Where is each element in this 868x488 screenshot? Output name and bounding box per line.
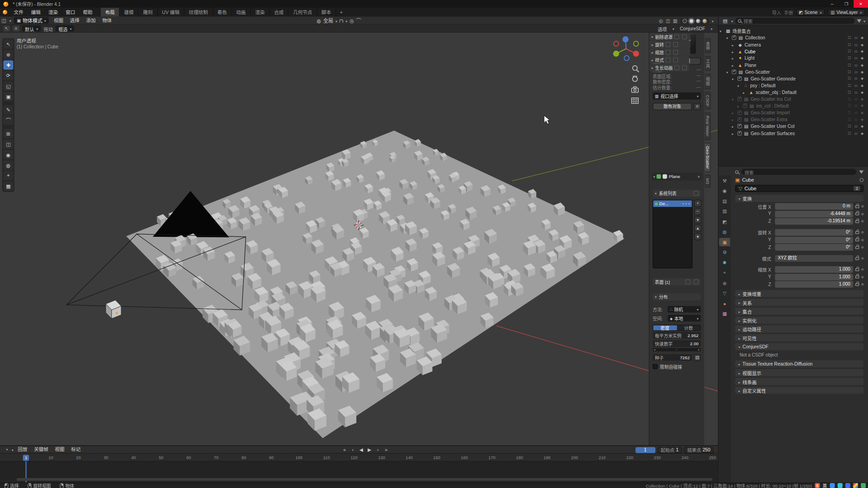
transform-tool[interactable]: ▣	[3, 92, 13, 101]
expand-caret-icon[interactable]	[743, 89, 747, 95]
outliner-row[interactable]: Geo-Scatter Extra	[720, 116, 867, 123]
expand-caret-icon[interactable]	[732, 49, 736, 54]
collapsed-panel[interactable]: 缩放	[649, 48, 689, 56]
filter-icon[interactable]	[859, 170, 863, 174]
timeline-ruler[interactable]: 1020304050607080901001101201301401501601…	[0, 454, 718, 461]
value-field[interactable]: 1.000	[775, 281, 853, 288]
shading-dropdown-icon[interactable]	[712, 18, 713, 23]
viewport-menu-item[interactable]: 添加	[83, 16, 99, 24]
annotate-tool[interactable]: ✎	[3, 105, 13, 115]
tool-preset-dropdown[interactable]: 默认	[22, 25, 41, 31]
viewport-menu-item[interactable]: 选择	[66, 16, 83, 24]
timeline-menu-item[interactable]: 视图	[52, 446, 68, 454]
active-tool-icon[interactable]: ↖	[3, 25, 10, 31]
falloff-icon[interactable]	[356, 17, 361, 24]
quick-number-field[interactable]: 快速数字 2.00	[653, 340, 701, 347]
value-field[interactable]: 0°	[775, 236, 853, 243]
minimize-button[interactable]: ─	[825, 0, 839, 8]
tab-particles[interactable]: ✱	[719, 258, 730, 267]
outliner-row[interactable]: Geo-Scatter Surfaces	[720, 130, 867, 136]
collection-checkbox[interactable]	[732, 70, 736, 74]
collapsed-panel[interactable]: 实例化	[735, 316, 863, 324]
slider-left-arrow[interactable]: ◂	[654, 348, 655, 351]
sidebar-tab[interactable]: Real Water	[705, 113, 711, 140]
frame-start-field[interactable]: 起始点 1	[657, 447, 682, 453]
expand-caret-icon[interactable]	[732, 110, 736, 115]
tab-tool[interactable]: ⚒	[719, 177, 730, 185]
outliner-item-label[interactable]: Geo-Scatter Ins Col	[750, 96, 791, 102]
visibility-toggles[interactable]	[848, 117, 864, 122]
close-icon[interactable]	[697, 174, 700, 179]
frame-end-field[interactable]: 结束点 250	[684, 447, 713, 453]
playhead[interactable]: 1	[23, 455, 29, 460]
visibility-toggles[interactable]	[848, 103, 864, 108]
tab-object[interactable]: ▣	[719, 238, 730, 246]
collapsed-panel[interactable]: 可见性	[735, 334, 863, 342]
collapsed-panel[interactable]: 旋转	[649, 40, 689, 48]
system-list-panel-header[interactable]: 系统列表	[653, 190, 701, 197]
properties-search-input[interactable]: 搜索	[741, 169, 857, 174]
collapsed-panel[interactable]: 视图显示	[735, 369, 863, 376]
count-toggle-button[interactable]: 计数	[677, 325, 700, 330]
unlink-viewlayer-icon[interactable]	[859, 9, 863, 15]
expand-caret-icon[interactable]	[732, 42, 736, 47]
animate-dot-icon[interactable]	[861, 283, 863, 286]
tray-keyboard-icon[interactable]	[830, 483, 835, 488]
workspace-tab[interactable]: 动画	[232, 8, 251, 17]
outliner-row[interactable]: scatter_obj : Default	[720, 89, 867, 96]
scale-tool[interactable]: ◱	[3, 81, 13, 91]
conjuresdf-menu[interactable]: ConjureSDF	[680, 26, 705, 31]
animate-dot-icon[interactable]	[861, 268, 863, 271]
outliner-item-label[interactable]: 场景集合	[732, 28, 751, 34]
animate-dot-icon[interactable]	[861, 213, 863, 215]
value-field[interactable]: XYZ 欧拉	[775, 255, 853, 262]
import-link[interactable]: 导入	[772, 9, 781, 16]
workspace-tab[interactable]: 建模	[120, 8, 139, 17]
workspace-tab[interactable]: 雕刻	[139, 8, 158, 17]
next-keyframe-button[interactable]: ›	[374, 446, 382, 454]
inset-tool[interactable]: ◉	[3, 150, 13, 160]
scene-selector[interactable]: Scene	[796, 9, 825, 16]
outliner-row[interactable]: Geo-Scatter	[720, 69, 867, 75]
seed-dice-icon[interactable]: ⚄	[693, 354, 701, 361]
timeline-scrollbar[interactable]	[17, 478, 712, 481]
collapsed-panel[interactable]: 自定义属性	[735, 387, 863, 394]
outliner-row[interactable]: Light	[720, 55, 867, 61]
quick-number-slider[interactable]: ◂ ∕ ▸	[653, 348, 701, 351]
orientation-label[interactable]: 全局	[323, 17, 333, 24]
list-item[interactable]: De... ▪ ▪ ▪	[653, 200, 692, 207]
expand-caret-icon[interactable]	[732, 96, 736, 102]
collection-checkbox[interactable]	[737, 131, 742, 136]
tray-settings-icon[interactable]	[861, 483, 866, 488]
menu-item[interactable]: 渲染	[44, 8, 61, 17]
visibility-toggles[interactable]	[848, 90, 864, 94]
move-up-button[interactable]: ▴	[694, 225, 702, 232]
sidebar-tab[interactable]: Geo-Scatter	[705, 143, 711, 172]
visibility-toggles[interactable]	[848, 49, 864, 54]
workspace-tab[interactable]: 着色	[213, 8, 232, 17]
lock-icon[interactable]	[855, 239, 859, 241]
visibility-toggles[interactable]	[848, 97, 864, 101]
outliner-item-label[interactable]: Geo-Scatter	[745, 69, 770, 75]
close-button[interactable]: ✕	[854, 0, 868, 8]
visibility-toggles[interactable]	[848, 124, 864, 129]
value-field[interactable]: 0°	[775, 229, 853, 236]
menu-item[interactable]: 文件	[10, 8, 27, 17]
workspace-tab[interactable]: 合成	[269, 8, 288, 17]
outliner-item-label[interactable]: scatter_obj : Default	[755, 89, 796, 95]
distribution-panel-header[interactable]: 分布	[653, 293, 701, 300]
sidebar-tab[interactable]: CSDF	[705, 92, 711, 110]
viewlayer-selector[interactable]: ViewLayer	[828, 9, 865, 16]
menu-item[interactable]: 帮助	[79, 8, 96, 17]
collapsed-panel[interactable]: Tissue Texture Reaction-Diffusion	[735, 360, 863, 367]
system-toggle-icons[interactable]: ▪ ▪ ▪	[683, 202, 690, 205]
animate-dot-icon[interactable]	[861, 276, 863, 278]
shear-tool[interactable]: ▦	[3, 182, 13, 191]
sidebar-tab[interactable]: M3	[705, 175, 711, 188]
emitter-pin-icon[interactable]	[663, 174, 667, 179]
collapsed-panel[interactable]: 集合	[735, 308, 863, 315]
collapsed-panel[interactable]: 运动路径	[735, 325, 863, 333]
bevel-tool[interactable]: ◍	[3, 160, 13, 170]
collapsed-panel[interactable]: 线条画	[735, 378, 863, 385]
tab-render[interactable]: ◉	[719, 187, 730, 195]
